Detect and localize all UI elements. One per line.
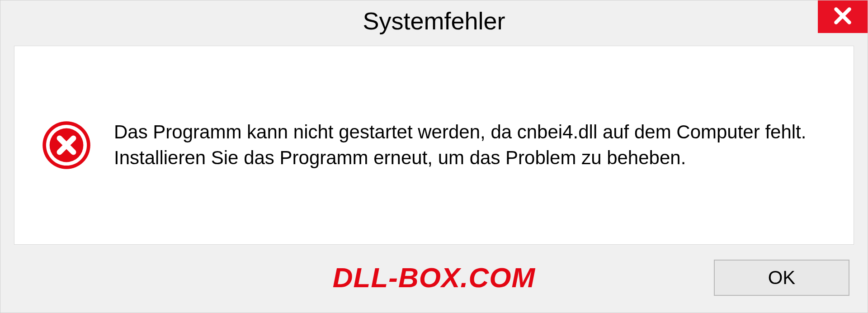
error-message: Das Programm kann nicht gestartet werden… [114,119,826,171]
dialog-footer: DLL-BOX.COM OK [0,254,868,313]
dialog-title: Systemfehler [363,7,505,35]
system-error-dialog: Systemfehler Das Programm kann nicht ges… [0,0,868,313]
close-button[interactable] [818,0,868,33]
ok-button[interactable]: OK [714,260,849,296]
error-icon [42,120,91,170]
title-bar: Systemfehler [0,0,868,41]
watermark-text: DLL-BOX.COM [333,261,535,294]
close-icon [833,6,853,28]
message-panel: Das Programm kann nicht gestartet werden… [14,46,854,245]
